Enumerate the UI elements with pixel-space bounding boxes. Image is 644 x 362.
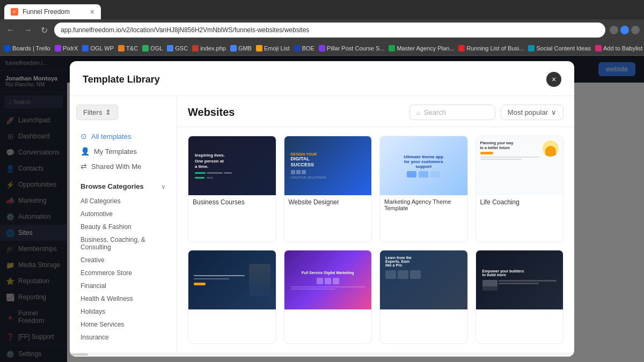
bookmark-item[interactable]: Emoji List (256, 45, 290, 51)
template-grid: Inspiring lives.One person ata time. (177, 127, 574, 352)
new-tab-button[interactable]: + (101, 4, 118, 19)
template-name-5 (188, 309, 276, 316)
bookmark-item[interactable]: Add to Babylist (595, 45, 642, 51)
category-home-services[interactable]: Home Services (76, 318, 170, 331)
template-name-6 (284, 309, 372, 316)
browser-tab-active[interactable]: F Funnel Freedom × (4, 4, 101, 19)
template-preview-website-designer: DESIGN YOUR DIGITALSUCCESS CREATIVE SOLU… (284, 136, 372, 195)
sort-chevron-icon: ∨ (551, 108, 557, 116)
bookmark-item[interactable]: BOE (294, 45, 314, 51)
category-creative[interactable]: Creative (76, 254, 170, 267)
back-button[interactable]: ← (4, 23, 17, 37)
category-ecommerce[interactable]: Ecommerce Store (76, 267, 170, 279)
search-icon: ⌕ (416, 108, 421, 116)
template-card-business-courses[interactable]: Inspiring lives.One person ata time. (188, 136, 276, 242)
forward-button[interactable]: → (21, 23, 34, 37)
template-name-website-designer: Website Designer (284, 195, 372, 209)
shared-icon: ⇄ (80, 162, 87, 171)
modal-bottom-scrollbar[interactable] (70, 352, 574, 357)
close-icon: × (552, 75, 556, 84)
template-preview-5 (188, 250, 276, 309)
sort-value: Most popular (508, 108, 548, 116)
template-card-8[interactable]: Empower your buildersto build more (475, 250, 564, 344)
app-container: funnelfreedom.i... Jonathan Montoya Rio … (0, 56, 644, 362)
tab-close-icon[interactable]: × (90, 8, 94, 16)
template-name-marketing-agency: Marketing Agency Theme Template (380, 195, 467, 215)
template-preview-8: Empower your buildersto build more (476, 250, 564, 309)
tab-title: Funnel Freedom (23, 8, 70, 16)
shared-with-me-label: Shared With Me (91, 162, 141, 171)
category-insurance[interactable]: Insurance (76, 331, 170, 344)
bookmark-item[interactable]: OGL WP (82, 45, 114, 51)
modal-overlay: Template Library × Filters ⇕ ⊙ A (0, 56, 644, 362)
template-card-7[interactable]: Learn from theExperts, Earnlike a Pro (379, 250, 468, 344)
bookmark-item[interactable]: GSC (167, 45, 188, 51)
address-input[interactable]: app.funnelfreedom.io/v2/location/VanHJ8j… (54, 23, 605, 38)
modal-body: Filters ⇕ ⊙ All templates 👤 My Templates (70, 96, 574, 352)
template-library-modal: Template Library × Filters ⇕ ⊙ A (70, 61, 574, 357)
category-business-coaching[interactable]: Business, Coaching, & Consulting (76, 233, 170, 254)
modal-close-button[interactable]: × (546, 72, 561, 87)
template-preview-business-courses: Inspiring lives.One person ata time. (188, 136, 276, 195)
category-health-wellness[interactable]: Health & Wellness (76, 292, 170, 305)
bookmark-item[interactable]: Boards | Trello (4, 45, 50, 51)
template-card-5[interactable] (188, 250, 276, 344)
nav-item-shared-with-me[interactable]: ⇄ Shared With Me (76, 159, 170, 174)
left-panel: Filters ⇕ ⊙ All templates 👤 My Templates (70, 96, 177, 352)
category-automotive[interactable]: Automotive (76, 208, 170, 220)
bookmark-item[interactable]: OGL (142, 45, 163, 51)
template-card-life-coaching[interactable]: Planning your wayto a better future (475, 136, 564, 242)
sort-dropdown[interactable]: Most popular ∨ (501, 105, 564, 120)
bookmark-item[interactable]: Running List of Busi... (458, 45, 524, 51)
right-panel: Websites ⌕ Search Most popular ∨ (177, 96, 574, 352)
category-all[interactable]: All Categories (76, 195, 170, 208)
template-preview-marketing-agency: Ultimate theme appfor your customerssupp… (380, 136, 467, 195)
categories-list: All Categories Automotive Beauty & Fashi… (76, 195, 170, 344)
bookmarks-bar: Boards | Trello PixlrX OGL WP T&C OGL GS… (0, 41, 644, 56)
filters-button[interactable]: Filters ⇕ (76, 105, 118, 120)
scrollbar-thumb (72, 353, 88, 356)
bookmark-item[interactable]: Social Content Ideas (528, 45, 591, 51)
my-templates-label: My Templates (94, 147, 137, 156)
browse-label: Browse Categories (80, 182, 144, 190)
template-preview-6: Full Service Digital Marketing (284, 250, 372, 309)
template-card-website-designer[interactable]: DESIGN YOUR DIGITALSUCCESS CREATIVE SOLU… (284, 136, 372, 242)
template-search-box[interactable]: ⌕ Search (409, 105, 495, 120)
all-templates-label: All templates (91, 132, 131, 141)
bookmark-item[interactable]: GMB (230, 45, 252, 51)
template-card-marketing-agency[interactable]: Ultimate theme appfor your customerssupp… (379, 136, 468, 242)
bookmark-item[interactable]: Pillar Post Course S... (319, 45, 385, 51)
search-placeholder: Search (424, 108, 446, 116)
tab-favicon: F (11, 8, 18, 16)
nav-section: ⊙ All templates 👤 My Templates ⇄ Shared … (76, 129, 170, 174)
template-name-7 (380, 309, 467, 316)
filter-label: Filters (83, 108, 102, 116)
template-name-8 (476, 309, 564, 316)
bookmark-item[interactable]: index.php (192, 45, 226, 51)
template-preview-7: Learn from theExperts, Earnlike a Pro (380, 250, 467, 309)
reload-button[interactable]: ↻ (39, 23, 50, 38)
browser-chrome: F Funnel Freedom × + ← → ↻ app.funnelfre… (0, 0, 644, 56)
nav-item-all-templates[interactable]: ⊙ All templates (76, 129, 170, 144)
bookmark-item[interactable]: PixlrX (55, 45, 78, 51)
modal-header: Template Library × (70, 61, 574, 96)
my-templates-icon: 👤 (80, 147, 90, 156)
bookmark-item[interactable]: T&C (118, 45, 138, 51)
bookmark-item[interactable]: Master Agency Plan... (389, 45, 454, 51)
extensions-area (610, 26, 640, 34)
category-holidays[interactable]: Holidays (76, 305, 170, 318)
category-financial[interactable]: Financial (76, 279, 170, 292)
template-card-6[interactable]: Full Service Digital Marketing (284, 250, 372, 344)
address-bar: ← → ↻ app.funnelfreedom.io/v2/location/V… (0, 19, 644, 41)
template-name-life-coaching: Life Coaching (476, 195, 564, 209)
address-text: app.funnelfreedom.io/v2/location/VanHJ8j… (61, 26, 309, 34)
websites-section-title: Websites (188, 106, 235, 119)
right-panel-header: Websites ⌕ Search Most popular ∨ (177, 96, 574, 127)
browse-chevron-icon[interactable]: ∨ (161, 183, 166, 190)
category-beauty-fashion[interactable]: Beauty & Fashion (76, 220, 170, 233)
filter-icon: ⇕ (105, 108, 111, 116)
modal-title: Template Library (83, 74, 160, 85)
template-name-business-courses: Business Courses (188, 195, 276, 209)
header-controls: ⌕ Search Most popular ∨ (409, 105, 564, 120)
nav-item-my-templates[interactable]: 👤 My Templates (76, 144, 170, 159)
